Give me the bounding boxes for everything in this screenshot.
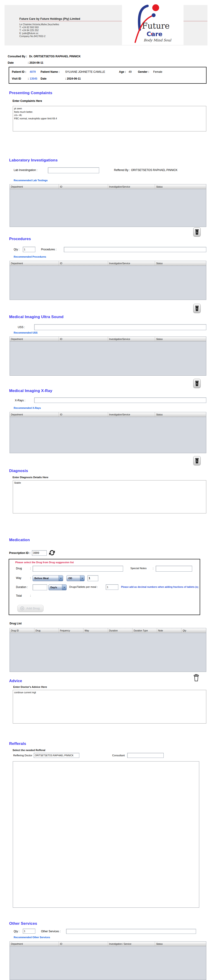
- consultant-input[interactable]: [127, 753, 164, 758]
- logo-panel: Future Care ♥ Body Mind Soul: [122, 2, 183, 45]
- company-address: Le Chainter,Victoria,Mahe,Seychelles: [19, 23, 59, 26]
- trash-icon: ↻: [195, 380, 199, 386]
- lab-delete-button[interactable]: ↻: [193, 228, 201, 237]
- company-number: Company No.8417652-2: [19, 35, 45, 38]
- visit-id-colon: :: [28, 77, 29, 80]
- col-investigation: Investigation / Service: [108, 942, 155, 946]
- col-status: Status: [155, 942, 206, 946]
- recommended-xray-link[interactable]: Recommended X-Rays: [14, 407, 41, 409]
- complaints-textarea[interactable]: pt seen feels much better. c/o- nfc FBC …: [13, 106, 206, 131]
- col-department: Department: [10, 261, 59, 266]
- decimal-note-text: Please add as decimal numbers when addin…: [121, 586, 198, 588]
- advice-textarea[interactable]: continue current mgt: [13, 690, 206, 724]
- gender-value: Female: [153, 70, 162, 73]
- chevron-down-icon: ▼: [62, 585, 66, 590]
- xray-delete-button[interactable]: ↻: [193, 456, 201, 465]
- frequency-select[interactable]: OD ▼: [67, 575, 85, 581]
- visit-id-label: Visit ID: [12, 77, 21, 80]
- way-select[interactable]: Before Meal ▼: [32, 575, 63, 581]
- uss-input[interactable]: [34, 324, 206, 330]
- drug-input[interactable]: [32, 566, 123, 572]
- svg-text:Care: Care: [146, 30, 162, 38]
- drug-list-table-body[interactable]: [10, 633, 206, 672]
- xray-input[interactable]: [34, 398, 206, 403]
- drug-list-table-header: Drug ID Drug Fequency Way Duration Durat…: [10, 628, 206, 633]
- consultant-label: Consultant: [112, 754, 125, 757]
- lab-table: Department ID Investigation/Service Stat…: [10, 184, 206, 227]
- col-drug: Drug: [34, 628, 59, 633]
- referral-list-box[interactable]: [13, 761, 199, 908]
- heart-icon: ♥: [151, 32, 152, 35]
- complaints-sublabel: Enter Complaints Here: [13, 100, 42, 102]
- advice-delete-button[interactable]: [193, 673, 200, 682]
- procedures-table-body[interactable]: [10, 266, 206, 300]
- company-title: Future Care by Future Holdings (Pty) Lim…: [19, 18, 80, 21]
- col-id: ID: [59, 337, 108, 341]
- uss-table-body[interactable]: [10, 342, 206, 375]
- special-notes-label: Special Notes: [130, 567, 146, 570]
- lab-field-label: Lab Investingation :: [14, 169, 37, 172]
- col-department: Department: [10, 412, 59, 417]
- patient-name-value: SYLVANE JOHNETTE CAMILLE: [65, 70, 105, 73]
- procedures-input[interactable]: [64, 247, 206, 252]
- trash-icon: ↻: [195, 305, 199, 311]
- special-notes-input[interactable]: [156, 566, 192, 572]
- col-duration: Duration: [108, 628, 133, 633]
- xray-table: Department ID Investigation/Service Stat…: [10, 412, 206, 453]
- uss-field-label: USS :: [18, 326, 25, 329]
- diagnosis-textarea[interactable]: Stable: [13, 480, 206, 514]
- lab-investigation-input[interactable]: [48, 167, 99, 173]
- xray-title: Medical Imaging X-Ray: [9, 389, 52, 393]
- patient-id-label: Patient ID :: [12, 70, 26, 73]
- referrals-sublabel: Select the needed Refferal: [13, 749, 45, 752]
- way-colon: :: [30, 577, 31, 579]
- consulted-by-label: Consulted By :: [8, 55, 27, 58]
- duration-label: Duration :: [16, 586, 28, 589]
- procedures-table-header: Department ID Investigation/Service Stat…: [10, 261, 206, 266]
- way-label: Way: [16, 577, 21, 579]
- company-phone-1: T: +24 82 593 593: [19, 26, 39, 29]
- referring-doctor-input[interactable]: [34, 753, 79, 758]
- col-investigation: Investigation/Service: [108, 261, 155, 266]
- col-department: Department: [10, 185, 59, 189]
- other-qty-input[interactable]: [23, 929, 35, 934]
- col-status: Status: [155, 337, 206, 341]
- other-field-label: Other Services :: [41, 930, 61, 933]
- col-id: ID: [59, 185, 108, 189]
- recommended-lab-link[interactable]: Recommended Lab Testings: [14, 179, 48, 182]
- svg-text:Body Mind Soul: Body Mind Soul: [144, 38, 172, 42]
- uss-table-header: Department ID Investigation/Service Stat…: [10, 337, 206, 342]
- other-services-table-body[interactable]: [10, 947, 206, 980]
- total-colon: :: [30, 594, 31, 597]
- col-department: Department: [10, 337, 59, 341]
- referrals-title: Refferals: [9, 742, 26, 746]
- uss-delete-button[interactable]: ↻: [193, 379, 201, 388]
- col-frequency: Fequency: [59, 628, 84, 633]
- total-label: Total: [16, 594, 22, 597]
- duration-unit-select[interactable]: Day/s ▼: [48, 584, 67, 590]
- recommended-other-link[interactable]: Recommended Other Services: [14, 936, 50, 939]
- recommended-procedures-link[interactable]: Recommended Procedures: [14, 256, 46, 258]
- svg-text:↻: ↻: [196, 308, 198, 310]
- col-qty: Qty: [181, 628, 206, 633]
- lab-table-body[interactable]: [10, 189, 206, 227]
- xray-table-body[interactable]: [10, 417, 206, 453]
- consult-date-value: : 2024-06-11: [28, 61, 43, 64]
- prescription-id-input[interactable]: [32, 550, 47, 556]
- special-notes-colon: :: [153, 567, 153, 570]
- procedures-qty-input[interactable]: [23, 247, 35, 252]
- consulted-by-value: Dr. ORITSETSETOS RAPHAEL PINNICK: [29, 55, 81, 58]
- frequency-qty-input[interactable]: [88, 575, 98, 581]
- prescription-refresh-button[interactable]: [48, 549, 55, 557]
- add-drug-button[interactable]: Add Drug: [17, 605, 43, 612]
- other-services-input[interactable]: [66, 929, 196, 934]
- per-meal-input[interactable]: [106, 584, 118, 590]
- procedures-table: Department ID Investigation/Service Stat…: [10, 261, 206, 300]
- col-id: ID: [59, 942, 108, 946]
- other-services-title: Other Services: [9, 921, 37, 926]
- plus-circle-icon: [20, 606, 24, 610]
- procedures-delete-button[interactable]: ↻: [193, 304, 201, 313]
- duration-input[interactable]: [32, 584, 47, 590]
- recommended-uss-link[interactable]: Recommended USS: [14, 331, 38, 334]
- drug-list-label: Drug List: [10, 622, 22, 625]
